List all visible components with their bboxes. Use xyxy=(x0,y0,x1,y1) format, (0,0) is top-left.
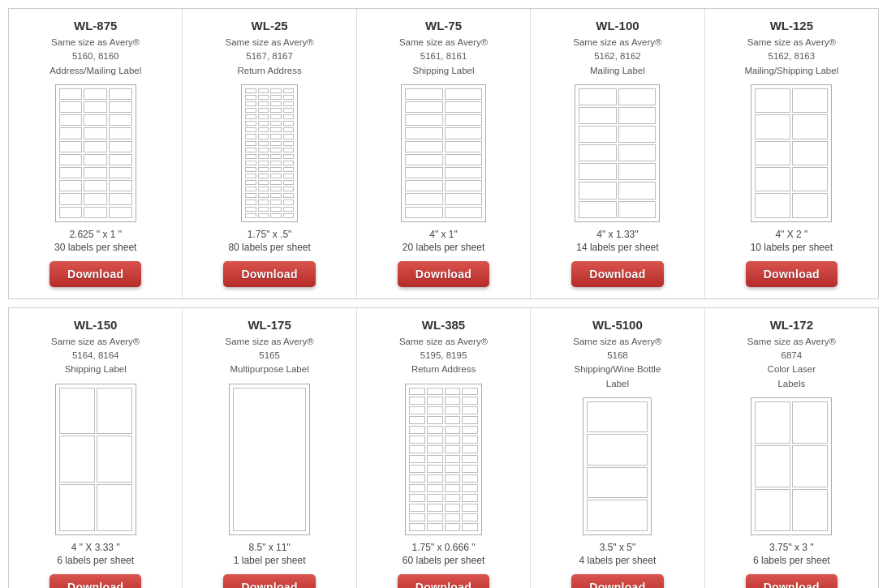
download-button-wl-100[interactable]: Download xyxy=(571,261,663,287)
label-cell xyxy=(245,121,256,126)
label-cell xyxy=(618,126,657,143)
label-cell xyxy=(409,445,425,453)
label-cell xyxy=(258,200,269,204)
label-cell xyxy=(109,101,132,113)
label-cell xyxy=(755,114,790,139)
label-cell xyxy=(409,504,425,512)
preview-wl-172 xyxy=(751,397,832,535)
subtitle-wl-100: Same size as Avery®5162, 8162Mailing Lab… xyxy=(573,36,661,78)
label-cell xyxy=(270,187,282,191)
label-cell xyxy=(445,426,461,434)
label-cell xyxy=(405,114,443,126)
label-cell xyxy=(445,484,461,492)
label-cell xyxy=(59,154,83,165)
label-cell xyxy=(445,114,483,126)
subtitle-wl-25: Same size as Avery®5167, 8167Return Addr… xyxy=(225,36,313,78)
label-cell xyxy=(258,193,269,198)
label-cell xyxy=(462,416,478,424)
count-wl-25: 80 labels per sheet xyxy=(228,242,310,253)
label-cell xyxy=(445,154,483,165)
label-cell xyxy=(755,193,790,217)
label-cell xyxy=(445,193,483,204)
label-cell xyxy=(245,101,256,106)
label-cell xyxy=(283,200,295,204)
count-wl-175: 1 label per sheet xyxy=(234,555,306,566)
download-button-wl-150[interactable]: Download xyxy=(50,574,141,588)
subtitle-wl-172: Same size as Avery®6874Color LaserLabels xyxy=(747,335,836,391)
download-button-wl-385[interactable]: Download xyxy=(398,574,489,588)
card-wl-100: WL-100Same size as Avery®5162, 8162Maili… xyxy=(531,9,704,298)
label-cell xyxy=(445,388,461,396)
label-cell xyxy=(579,107,617,124)
label-cell xyxy=(245,141,256,146)
label-cell xyxy=(109,154,132,165)
label-cell xyxy=(245,174,256,178)
preview-wl-385 xyxy=(405,384,482,535)
download-button-wl-125[interactable]: Download xyxy=(746,261,837,287)
card-wl-5100: WL-5100Same size as Avery®5168Shipping/W… xyxy=(531,308,704,588)
label-cell xyxy=(405,193,443,204)
label-cell xyxy=(245,167,256,172)
download-button-wl-75[interactable]: Download xyxy=(398,261,489,287)
subtitle-wl-125: Same size as Avery®5162, 8163Mailing/Shi… xyxy=(744,36,838,78)
label-cell xyxy=(792,489,828,531)
row-1: WL-150Same size as Avery®5164, 8164Shipp… xyxy=(8,307,879,588)
label-cell xyxy=(59,180,83,191)
label-cell xyxy=(258,180,269,185)
label-cell xyxy=(792,193,828,217)
label-cell xyxy=(427,513,443,521)
download-button-wl-172[interactable]: Download xyxy=(746,574,837,588)
size-wl-125: 4" X 2 " xyxy=(775,229,807,240)
label-cell xyxy=(270,114,282,119)
label-cell xyxy=(445,406,461,414)
subtitle-wl-5100: Same size as Avery®5168Shipping/Wine Bot… xyxy=(573,335,661,391)
label-cell xyxy=(109,167,132,178)
download-button-wl-25[interactable]: Download xyxy=(223,261,315,287)
label-cell xyxy=(445,101,483,113)
label-cell xyxy=(409,426,425,434)
download-button-wl-175[interactable]: Download xyxy=(223,574,315,588)
title-wl-385: WL-385 xyxy=(422,318,465,332)
title-wl-172: WL-172 xyxy=(770,318,813,332)
label-cell xyxy=(462,445,478,453)
label-cell xyxy=(405,154,443,165)
label-cell xyxy=(283,167,295,172)
label-cell xyxy=(445,88,483,100)
size-wl-100: 4" x 1.33" xyxy=(596,229,638,240)
label-cell xyxy=(409,474,425,483)
label-cell xyxy=(792,141,828,165)
label-cell xyxy=(109,88,132,100)
card-wl-175: WL-175Same size as Avery®5165Multipurpos… xyxy=(183,308,356,588)
label-cell xyxy=(84,207,107,218)
label-cell xyxy=(755,401,790,444)
label-cell xyxy=(245,95,256,100)
label-cell xyxy=(258,108,269,113)
count-wl-125: 10 labels per sheet xyxy=(751,242,833,253)
title-wl-100: WL-100 xyxy=(596,19,639,32)
label-cell xyxy=(245,180,256,185)
label-cell xyxy=(258,213,269,218)
label-cell xyxy=(462,397,478,405)
label-cell xyxy=(245,134,256,139)
label-cell xyxy=(84,154,107,165)
label-cell xyxy=(283,108,295,113)
label-cell xyxy=(258,95,269,100)
label-cell xyxy=(409,513,425,521)
download-button-wl-875[interactable]: Download xyxy=(50,261,141,287)
label-cell xyxy=(258,154,269,159)
label-cell xyxy=(245,187,256,191)
label-cell xyxy=(755,445,790,487)
label-cell xyxy=(618,107,657,124)
download-button-wl-5100[interactable]: Download xyxy=(571,574,663,588)
size-wl-75: 4" x 1" xyxy=(429,229,458,240)
label-cell xyxy=(59,484,95,531)
label-cell xyxy=(270,167,282,172)
subtitle-wl-875: Same size as Avery®5160, 8160Address/Mai… xyxy=(50,36,141,78)
label-cell xyxy=(579,126,617,143)
label-cell xyxy=(245,161,256,165)
label-cell xyxy=(258,101,269,106)
label-cell xyxy=(445,416,461,424)
label-cell xyxy=(258,207,269,212)
label-cell xyxy=(283,101,295,106)
label-cell xyxy=(427,504,443,512)
